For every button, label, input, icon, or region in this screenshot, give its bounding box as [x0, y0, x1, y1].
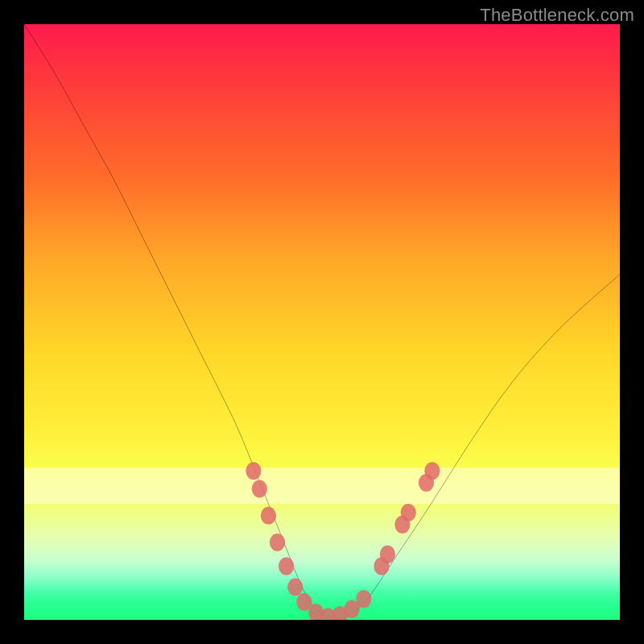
chart-frame: TheBottleneck.com — [0, 0, 644, 644]
plot-area — [24, 24, 620, 620]
curve-markers — [246, 462, 440, 620]
curve-line — [24, 24, 620, 620]
marker-point — [261, 506, 276, 524]
marker-point — [424, 462, 440, 480]
marker-point — [252, 480, 267, 497]
chart-svg — [24, 24, 620, 620]
marker-point — [380, 546, 395, 564]
marker-point — [279, 557, 294, 575]
marker-point — [287, 578, 303, 596]
marker-point — [246, 462, 261, 480]
watermark-text: TheBottleneck.com — [480, 5, 634, 26]
marker-point — [401, 504, 416, 522]
marker-point — [270, 534, 285, 551]
marker-point — [356, 590, 371, 608]
